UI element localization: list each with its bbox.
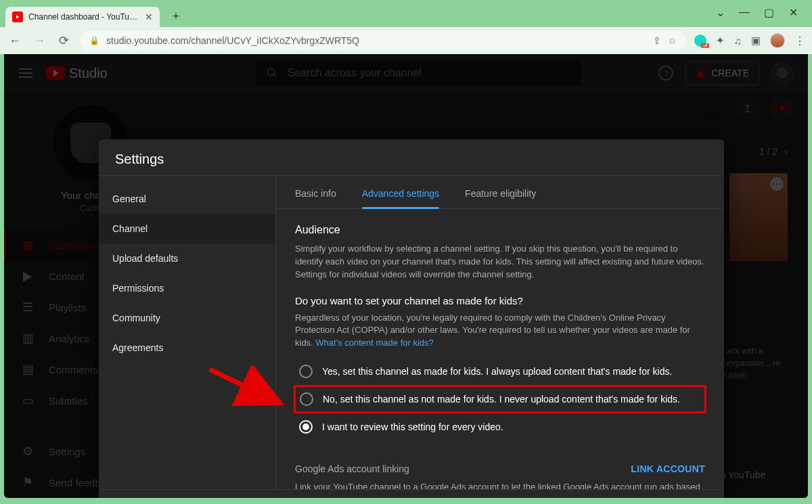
tab-feature-eligibility[interactable]: Feature eligibility xyxy=(465,188,536,208)
bookmark-star-icon[interactable]: ☆ xyxy=(668,35,677,46)
radio-label: Yes, set this channel as made for kids. … xyxy=(322,366,672,377)
reading-list-icon[interactable]: ♫ xyxy=(734,35,742,47)
close-window-icon[interactable]: ✕ xyxy=(788,7,798,18)
ads-desc: Link your YouTube channel to a Google Ad… xyxy=(295,481,705,489)
chevron-down-icon[interactable]: ⌄ xyxy=(715,7,725,18)
link-account-button[interactable]: LINK ACCOUNT xyxy=(631,463,705,474)
lock-icon: 🔒 xyxy=(89,36,99,45)
browser-toolbar: ← → ⟳ 🔒 studio.youtube.com/channel/UCvY_… xyxy=(0,27,812,54)
new-tab-button[interactable]: + xyxy=(166,7,185,26)
minimize-icon[interactable]: — xyxy=(739,7,750,18)
side-panel-icon[interactable]: ▣ xyxy=(751,35,761,47)
browser-tab-active[interactable]: Channel dashboard - YouTube St ✕ xyxy=(5,7,160,27)
radio-icon xyxy=(299,420,313,434)
settings-modal: Settings General Channel Upload defaults… xyxy=(99,139,724,498)
audience-desc: Simplify your workflow by selecting a ch… xyxy=(295,243,705,281)
highlight-annotation: No, set this channel as not made for kid… xyxy=(294,385,706,413)
settings-nav-agreements[interactable]: Agreements xyxy=(99,333,275,363)
browser-tab-bar: Channel dashboard - YouTube St ✕ + xyxy=(0,0,812,27)
ads-linking-title: Google Ads account linking xyxy=(295,463,409,474)
reload-button[interactable]: ⟳ xyxy=(55,32,72,49)
modal-footer: CLOSE SAVE xyxy=(99,490,724,498)
share-icon[interactable]: ⇪ xyxy=(653,35,661,46)
back-button[interactable]: ← xyxy=(7,32,23,49)
settings-nav-channel[interactable]: Channel xyxy=(99,214,275,244)
whats-content-link[interactable]: What's content made for kids? xyxy=(315,338,433,348)
settings-nav-community[interactable]: Community xyxy=(99,303,275,333)
ads-desc-text: Link your YouTube channel to a Google Ad… xyxy=(295,482,700,489)
tab-close-icon[interactable]: ✕ xyxy=(145,12,153,22)
radio-label: No, set this channel as not made for kid… xyxy=(323,394,680,405)
address-bar[interactable]: 🔒 studio.youtube.com/channel/UCvY_iICkXo… xyxy=(80,30,686,51)
maximize-icon[interactable]: ▢ xyxy=(763,7,774,18)
extension-area: ✦ ♫ ▣ ⋮ xyxy=(694,33,805,48)
window-controls: ⌄ — ▢ ✕ xyxy=(701,0,812,24)
radio-review-each[interactable]: I want to review this setting for every … xyxy=(295,415,705,439)
radio-icon xyxy=(300,392,313,406)
radio-icon xyxy=(299,365,313,378)
audience-legal: Regardless of your location, you're lega… xyxy=(295,312,705,350)
profile-avatar-icon[interactable] xyxy=(770,33,785,48)
tab-advanced-settings[interactable]: Advanced settings xyxy=(362,188,439,208)
app-viewport: Studio Search across your channel ? ▣ CR… xyxy=(4,54,808,498)
radio-not-kids[interactable]: No, set this channel as not made for kid… xyxy=(300,390,700,409)
youtube-favicon-icon xyxy=(12,12,23,22)
audience-heading: Audience xyxy=(295,224,705,236)
extension-badge-icon[interactable] xyxy=(694,35,706,47)
settings-nav: General Channel Upload defaults Permissi… xyxy=(99,176,276,489)
settings-content: Basic info Advanced settings Feature eli… xyxy=(276,176,724,489)
settings-nav-upload[interactable]: Upload defaults xyxy=(99,244,275,273)
kebab-menu-icon[interactable]: ⋮ xyxy=(794,35,805,47)
settings-nav-permissions[interactable]: Permissions xyxy=(99,273,275,303)
settings-nav-general[interactable]: General xyxy=(99,184,275,214)
url-text: studio.youtube.com/channel/UCvY_iICkXoZY… xyxy=(106,35,646,46)
tab-title: Channel dashboard - YouTube St xyxy=(28,12,139,22)
modal-title: Settings xyxy=(99,139,724,175)
radio-yes-kids[interactable]: Yes, set this channel as made for kids. … xyxy=(295,359,705,384)
audience-question: Do you want to set your channel as made … xyxy=(295,295,705,306)
radio-label: I want to review this setting for every … xyxy=(322,421,503,432)
extensions-icon[interactable]: ✦ xyxy=(716,35,725,47)
settings-tabs: Basic info Advanced settings Feature eli… xyxy=(276,176,724,209)
forward-button: → xyxy=(31,32,47,49)
tab-basic-info[interactable]: Basic info xyxy=(295,188,336,208)
